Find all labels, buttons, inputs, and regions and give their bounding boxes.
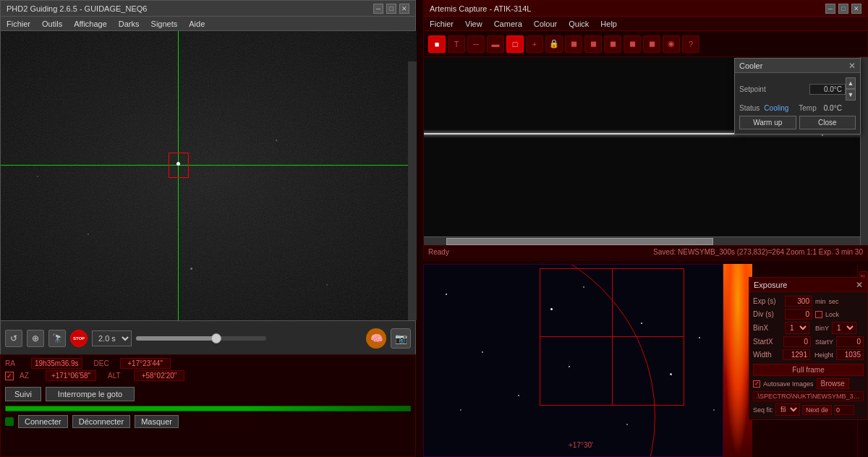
artemis-menu-fichier[interactable]: Fichier (427, 18, 456, 30)
star-1 (190, 268, 192, 270)
lock-checkbox[interactable] (815, 311, 822, 318)
biny-select[interactable]: 12 (832, 322, 856, 334)
artemis-toolbar-icon-11[interactable]: ◼ (624, 35, 641, 53)
artemis-minimize-btn[interactable]: ─ (825, 4, 835, 14)
camera-icon[interactable]: 📷 (391, 328, 411, 349)
exp-starty-input[interactable] (836, 336, 864, 347)
deconnecter-button[interactable]: Déconnecter (72, 415, 130, 428)
browse-button[interactable]: Browse (817, 378, 849, 389)
sky-star-9 (518, 395, 519, 396)
warmup-button[interactable]: Warm up (739, 116, 796, 129)
ra-label: RA (5, 359, 25, 367)
full-frame-button[interactable]: Full frame (753, 364, 864, 376)
artemis-toolbar-icon-2[interactable]: T (448, 35, 465, 53)
artemis-toolbar-icon-5[interactable]: □ (506, 35, 524, 53)
phd2-guide-canvas (1, 31, 417, 320)
exp-height-label: Height (814, 351, 833, 359)
artemis-vscrollbar[interactable] (860, 57, 868, 245)
exp-startx-row: StartX StartY (753, 336, 864, 347)
alt-label: ALT (108, 372, 128, 380)
artemis-toolbar-icon-help[interactable]: ? (682, 35, 699, 53)
stop-button[interactable]: STOP (70, 330, 88, 347)
artemis-menu-quick[interactable]: Quick (566, 18, 592, 30)
artemis-toolbar-icon-4[interactable]: ▬ (487, 35, 504, 53)
exp-height-input[interactable] (836, 349, 864, 360)
gain-slider-container (136, 336, 362, 341)
exp-div-label: Div (s) (753, 310, 782, 318)
az-value: +171°06'58" (46, 370, 96, 381)
star-4 (37, 176, 38, 177)
temp-value: 0.0°C (821, 103, 845, 113)
az-checkbox[interactable]: ✓ (5, 372, 14, 380)
gain-slider-thumb[interactable] (211, 333, 221, 343)
artemis-menu-camera[interactable]: Camera (491, 18, 525, 30)
brain-icon[interactable]: 🧠 (366, 328, 386, 349)
phd2-menu-fichier[interactable]: Fichier (4, 18, 33, 30)
artemis-hscroll-thumb[interactable] (446, 238, 713, 245)
guide-star-dot (176, 162, 180, 166)
sky-panel: +17°30' (423, 264, 723, 457)
star-5 (326, 284, 328, 286)
exp-startx-input[interactable] (783, 336, 811, 347)
artemis-statusbar: Ready Saved: NEWSYMB_300s (273,832)=264 … (424, 245, 867, 258)
setpoint-down-btn[interactable]: ▼ (846, 89, 856, 101)
phd2-menu-outils[interactable]: Outils (39, 18, 65, 30)
phd2-menu-aide[interactable]: Aide (186, 18, 208, 30)
artemis-close-btn[interactable]: ✕ (851, 4, 861, 14)
seq-no-input[interactable] (834, 405, 854, 415)
autosave-checkbox[interactable]: ✓ (753, 380, 760, 388)
masquer-button[interactable]: Masquer (135, 415, 179, 428)
artemis-toolbar-icon-3[interactable]: ─ (467, 35, 485, 53)
artemis-toolbar-icon-1[interactable]: ■ (428, 35, 446, 53)
exposure-body: Exp (s) min sec Div (s) Lock BinX 123 Bi… (749, 292, 867, 419)
phd2-menu-affichage[interactable]: Affichage (71, 18, 110, 30)
cooler-close-button[interactable]: Close (799, 116, 856, 129)
artemis-toolbar-icon-9[interactable]: ◼ (584, 35, 602, 53)
artemis-toolbar-icon-6[interactable]: + (526, 35, 543, 53)
phd2-menu-signets[interactable]: Signets (148, 18, 181, 30)
loop-icon[interactable]: ↺ (5, 330, 22, 347)
exp-s-row: Exp (s) min sec (753, 296, 864, 307)
phd2-close-btn[interactable]: ✕ (399, 4, 409, 14)
phd2-bottom-panel: RA 19h35m36.9s DEC +17°23'44" ✓ AZ +171°… (0, 354, 416, 457)
gain-slider-track[interactable] (136, 336, 266, 341)
seq-fit-select[interactable]: file-1 (775, 403, 800, 416)
sky-star-12 (713, 409, 715, 411)
artemis-toolbar-icon-8[interactable]: ◼ (565, 35, 582, 53)
artemis-menu-colour[interactable]: Colour (531, 18, 560, 30)
exposure-close-btn[interactable]: ✕ (856, 280, 863, 290)
setpoint-value[interactable]: 0.0°C (809, 84, 846, 95)
setpoint-up-btn[interactable]: ▲ (846, 77, 856, 89)
artemis-maximize-btn[interactable]: □ (838, 4, 848, 14)
binx-select[interactable]: 123 (785, 322, 809, 334)
phd2-window: PHD2 Guiding 2.6.5 - GUIDAGE_NEQ6 ─ □ ✕ … (0, 0, 416, 354)
suivi-button[interactable]: Suivi (5, 387, 41, 401)
dec-value: +17°23'44" (120, 358, 171, 369)
artemis-toolbar-icon-7[interactable]: 🔒 (545, 35, 563, 53)
artemis-menu-help[interactable]: Help (597, 18, 620, 30)
artemis-hscrollbar[interactable] (424, 236, 868, 245)
exp-div-input[interactable] (785, 309, 812, 320)
scope-icon[interactable]: 🔭 (48, 330, 66, 347)
connecter-button[interactable]: Connecter (18, 415, 68, 428)
bottom-action-row: Connecter Déconnecter Masquer (1, 413, 415, 430)
az-label: AZ (20, 372, 40, 380)
artemis-toolbar-icon-12[interactable]: ◼ (643, 35, 660, 53)
exposure-select[interactable]: 2.0 s 1.0 s 0.5 s (92, 330, 132, 346)
artemis-menu-view[interactable]: View (462, 18, 485, 30)
phd2-titlebar: PHD2 Guiding 2.6.5 - GUIDAGE_NEQ6 ─ □ ✕ (1, 1, 415, 17)
exp-binx-label: BinX (753, 324, 782, 332)
phd2-menu-darks[interactable]: Darks (116, 18, 142, 30)
coord-row-ra: RA 19h35m36.9s DEC +17°23'44" (5, 358, 411, 369)
stop-label: STOP (73, 336, 85, 341)
next-de-button[interactable]: Next de (802, 405, 832, 415)
phd2-maximize-btn[interactable]: □ (386, 4, 396, 14)
phd2-minimize-btn[interactable]: ─ (373, 4, 383, 14)
goto-button[interactable]: Interrompe le goto (46, 387, 135, 401)
exp-width-input[interactable] (783, 349, 810, 360)
cooler-close-btn[interactable]: ✕ (848, 61, 856, 71)
artemis-toolbar-icon-13[interactable]: ◉ (663, 35, 680, 53)
exp-s-input[interactable] (785, 296, 812, 307)
crosshair-icon[interactable]: ⊕ (27, 330, 44, 347)
artemis-toolbar-icon-10[interactable]: ◼ (604, 35, 621, 53)
